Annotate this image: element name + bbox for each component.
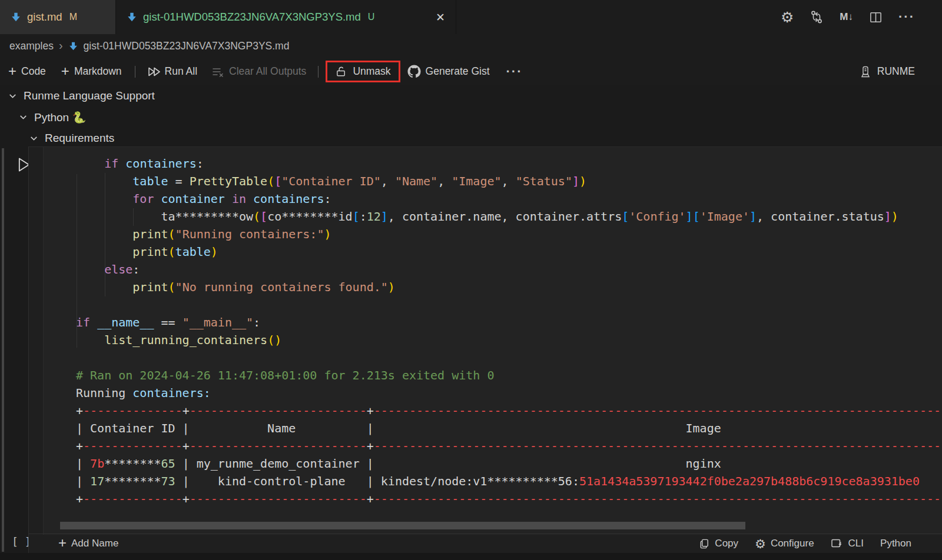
tab-gist-generated-md[interactable]: gist-01HWD053BZ23JN6VA7X3NGP3YS.md U ✕ xyxy=(116,0,456,34)
copy-button[interactable]: Copy xyxy=(699,538,738,549)
generate-gist-button[interactable]: Generate Gist xyxy=(407,65,490,78)
configure-button[interactable]: ⚙ Configure xyxy=(755,538,814,550)
cell-focus-indicator xyxy=(2,148,4,552)
notebook-toolbar: + Code + Markdown Run All Clear All Outp… xyxy=(0,58,942,85)
cell-editor[interactable]: if containers: table = PrettyTable(["Con… xyxy=(43,147,942,535)
toolbar-more-icon[interactable]: ··· xyxy=(506,64,523,79)
chevron-right-icon: › xyxy=(59,39,63,51)
unlock-icon xyxy=(335,65,347,78)
run-all-icon xyxy=(147,66,160,78)
chevron-down-icon xyxy=(8,91,18,101)
editor-tab-bar: gist.md M gist-01HWD053BZ23JN6VA7X3NGP3Y… xyxy=(0,0,942,34)
cell-status-bar: + Add Name Copy ⚙ Configure xyxy=(29,534,942,553)
add-markdown-button[interactable]: + Markdown xyxy=(61,65,122,78)
runme-file-icon xyxy=(11,12,21,22)
code-cell: if containers: table = PrettyTable(["Con… xyxy=(28,146,942,553)
section-label: Requirements xyxy=(45,132,114,145)
toolbar-separator xyxy=(318,66,319,78)
breadcrumb: examples › gist-01HWD053BZ23JN6VA7X3NGP3… xyxy=(0,34,942,58)
runme-logo-icon xyxy=(859,65,872,78)
tab-label: gist-01HWD053BZ23JN6VA7X3NGP3YS.md xyxy=(143,11,361,24)
more-actions-icon[interactable]: ··· xyxy=(898,9,915,25)
clear-all-outputs-button[interactable]: Clear All Outputs xyxy=(211,65,306,78)
plus-icon: + xyxy=(61,64,69,78)
run-all-button[interactable]: Run All xyxy=(147,65,197,78)
tab-label: gist.md xyxy=(27,11,62,24)
cell-footer-actions: Copy ⚙ Configure CLI Python xyxy=(699,538,942,550)
clear-outputs-icon xyxy=(211,66,224,78)
unmask-button-highlighted[interactable]: Unmask xyxy=(326,61,400,82)
section-label: Python 🐍 xyxy=(34,111,86,124)
configure-label: Configure xyxy=(771,538,814,549)
add-code-label: Code xyxy=(21,65,46,78)
breadcrumb-file[interactable]: gist-01HWD053BZ23JN6VA7X3NGP3YS.md xyxy=(84,40,290,52)
generate-gist-label: Generate Gist xyxy=(426,65,490,78)
cell-language-picker[interactable]: Python xyxy=(880,538,911,549)
clear-outputs-label: Clear All Outputs xyxy=(229,65,306,78)
chevron-down-icon xyxy=(18,112,28,122)
runme-brand: RUNME xyxy=(859,65,942,78)
gear-icon: ⚙ xyxy=(755,538,766,550)
chevron-down-icon xyxy=(29,134,39,144)
add-markdown-label: Markdown xyxy=(74,65,122,78)
settings-gear-icon[interactable]: ⚙ xyxy=(781,10,794,25)
editor-actions: ⚙ M↓ ··· xyxy=(781,0,915,34)
close-icon[interactable]: ✕ xyxy=(436,11,445,24)
add-name-button[interactable]: + Add Name xyxy=(58,537,118,550)
github-icon xyxy=(407,65,421,78)
breadcrumb-folder[interactable]: examples xyxy=(9,40,54,52)
runme-file-icon xyxy=(68,41,78,51)
section-python[interactable]: Python 🐍 xyxy=(18,106,86,128)
unmask-label: Unmask xyxy=(353,65,390,78)
editor-bottom-gap xyxy=(0,553,942,560)
runme-label: RUNME xyxy=(877,65,915,78)
toolbar-separator xyxy=(135,66,135,78)
section-runme-language-support[interactable]: Runme Language Support xyxy=(8,85,155,106)
markdown-preview-icon[interactable]: M↓ xyxy=(840,11,853,23)
section-requirements[interactable]: Requirements xyxy=(29,128,114,149)
git-compare-icon[interactable] xyxy=(810,10,824,24)
vscode-window: gist.md M gist-01HWD053BZ23JN6VA7X3NGP3Y… xyxy=(0,0,942,560)
horizontal-scrollbar[interactable] xyxy=(60,522,745,529)
modified-badge: M xyxy=(69,12,77,22)
tab-gist-md[interactable]: gist.md M xyxy=(0,0,116,34)
run-all-label: Run All xyxy=(165,65,197,78)
runme-file-icon xyxy=(127,12,137,22)
add-name-label: Add Name xyxy=(71,538,118,549)
untracked-badge: U xyxy=(368,12,375,22)
cli-button[interactable]: CLI xyxy=(831,538,864,549)
plus-icon: + xyxy=(8,64,16,78)
plus-icon: + xyxy=(58,536,67,550)
cli-icon xyxy=(831,538,844,549)
code-block[interactable]: if containers: table = PrettyTable(["Con… xyxy=(76,155,942,508)
section-label: Runme Language Support xyxy=(24,89,155,102)
add-code-button[interactable]: + Code xyxy=(8,65,46,78)
cli-label: CLI xyxy=(848,538,864,549)
copy-label: Copy xyxy=(715,538,738,549)
split-editor-icon[interactable] xyxy=(869,11,883,24)
copy-icon xyxy=(699,538,710,549)
